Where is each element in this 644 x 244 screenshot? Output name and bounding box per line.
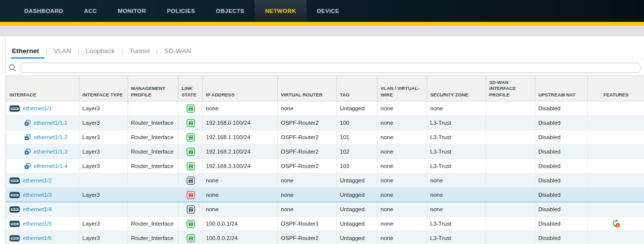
table-row[interactable]: ethernet1/4 none none Untagged none non (6, 202, 644, 217)
cell-tag: Untagged (337, 231, 378, 244)
tab-tunnel[interactable]: Tunnel (123, 47, 156, 59)
interface-link[interactable]: ethernet1/4 (23, 206, 52, 212)
col-virtual-router[interactable]: VIRTUAL ROUTER (278, 76, 337, 101)
interface-link[interactable]: ethernet1/1.2 (34, 134, 67, 140)
interface-cell: ethernet1/5 (6, 217, 79, 231)
link-state-icon (187, 220, 195, 228)
col-sdwan-interface-profile[interactable]: SD-WAN INTERFACE PROFILE (486, 76, 535, 101)
table-row[interactable]: ethernet1/6 Layer3 Router_Interface 100.… (6, 231, 644, 244)
cell-tag: Untagged (337, 202, 378, 217)
cell-security-zone: none (427, 188, 486, 202)
table-row[interactable]: ethernet1/5 Layer3 Router_Interface 100.… (6, 217, 644, 231)
col-upstream-nat[interactable]: UPSTREAM NAT (535, 76, 588, 101)
cell-security-zone: none (427, 101, 486, 116)
cell-management-profile (128, 202, 179, 217)
link-state-icon (187, 191, 195, 199)
cell-virtual-router: OSPF-Router2 (278, 145, 337, 159)
cell-tag: 101 (337, 130, 378, 145)
cell-vlan-virtual-wire: none (378, 202, 427, 217)
interface-link[interactable]: ethernet1/1.3 (34, 149, 67, 155)
col-ip-address[interactable]: IP ADDRESS (203, 76, 278, 101)
tab-vlan[interactable]: VLAN (47, 47, 77, 59)
interface-cell: ethernet1/1 (6, 101, 79, 116)
subinterface-icon (24, 149, 31, 155)
nav-item-acc[interactable]: ACC (73, 0, 107, 22)
nav-item-policies[interactable]: POLICIES (156, 0, 205, 22)
interface-table-body: ethernet1/1 Layer3 none none Untagged no… (6, 101, 644, 244)
tab-loopback[interactable]: Loopback (79, 47, 122, 59)
interface-link[interactable]: ethernet1/1 (23, 105, 52, 111)
interface-link[interactable]: ethernet1/2 (23, 177, 52, 183)
cell-security-zone: none (427, 173, 486, 188)
table-row[interactable]: ethernet1/2 none none Untagged none non (6, 173, 644, 188)
interface-link[interactable]: ethernet1/1.1 (34, 120, 67, 126)
col-features[interactable]: FEATURES (588, 76, 644, 101)
col-interface-type[interactable]: INTERFACE TYPE (79, 76, 128, 101)
table-row[interactable]: ethernet1/1.1 Layer3 Router_Interface 19… (6, 116, 644, 130)
cell-features (588, 159, 644, 173)
cell-link-state (179, 188, 203, 202)
col-tag[interactable]: TAG (337, 76, 378, 101)
nav-item-network[interactable]: NETWORK (255, 0, 306, 22)
cell-ip-address: 192.168.1.100/24 (203, 130, 278, 145)
cell-virtual-router: OSPF-Router1 (278, 217, 337, 231)
cell-upstream-nat: Disabled (535, 101, 588, 116)
col-security-zone[interactable]: SECURITY ZONE (427, 76, 486, 101)
tab-sdwan[interactable]: SD-WAN (158, 47, 197, 59)
gray-band (0, 26, 644, 36)
cell-interface-type: Layer3 (79, 130, 128, 145)
interface-link[interactable]: ethernet1/6 (23, 235, 52, 241)
cell-features (588, 231, 644, 244)
cell-ip-address: none (203, 202, 278, 217)
cell-upstream-nat: Disabled (535, 202, 588, 217)
table-row[interactable]: ethernet1/1.3 Layer3 Router_Interface 19… (6, 145, 644, 159)
cell-management-profile: Router_Interface (128, 145, 179, 159)
cell-security-zone: L3-Trust (427, 130, 486, 145)
cell-interface-type: Layer3 (79, 188, 128, 202)
nav-item-monitor[interactable]: MONITOR (107, 0, 156, 22)
ethernet-port-icon (9, 235, 20, 242)
ethernet-port-icon (9, 206, 20, 213)
cell-upstream-nat: Disabled (535, 159, 588, 173)
tab-ethernet[interactable]: Ethernet (12, 47, 46, 59)
interface-cell: ethernet1/2 (6, 173, 79, 188)
cell-features (588, 145, 644, 159)
col-link-state[interactable]: LINK STATE (179, 76, 203, 101)
table-row[interactable]: ethernet1/1.2 Layer3 Router_Interface 19… (6, 130, 644, 145)
interface-link[interactable]: ethernet1/3 (23, 192, 52, 198)
cell-link-state (179, 173, 203, 188)
search-input[interactable] (20, 63, 641, 73)
nav-item-device[interactable]: DEVICE (307, 0, 350, 22)
cell-sdwan-interface-profile (486, 188, 535, 202)
link-state-icon (187, 162, 195, 170)
cell-features (588, 202, 644, 217)
nav-item-dashboard[interactable]: DASHBOARD (14, 0, 73, 22)
cell-virtual-router: OSPF-Router2 (278, 159, 337, 173)
cell-tag: 102 (337, 145, 378, 159)
cell-ip-address: none (203, 101, 278, 116)
interface-link[interactable]: ethernet1/5 (23, 221, 52, 227)
nav-item-objects[interactable]: OBJECTS (205, 0, 255, 22)
interface-link[interactable]: ethernet1/1.4 (34, 163, 67, 169)
cell-management-profile (128, 101, 179, 116)
cell-link-state (179, 116, 203, 130)
table-row[interactable]: ethernet1/3 Layer3 none none Untagged no… (6, 188, 644, 202)
cell-sdwan-interface-profile (486, 217, 535, 231)
table-row[interactable]: ethernet1/1 Layer3 none none Untagged no… (6, 101, 644, 116)
cell-sdwan-interface-profile (486, 202, 535, 217)
cell-management-profile: Router_Interface (128, 231, 179, 244)
cell-link-state (179, 101, 203, 116)
col-interface[interactable]: INTERFACE (6, 76, 79, 101)
cell-ip-address: 192.168.0.100/24 (203, 116, 278, 130)
col-vlan-virtual-wire[interactable]: VLAN / VIRTUAL-WIRE (378, 76, 427, 101)
cell-ip-address: 100.0.0.2/24 (203, 231, 278, 244)
col-management-profile[interactable]: MANAGEMENT PROFILE (128, 76, 179, 101)
cell-virtual-router: OSPF-Router2 (278, 130, 337, 145)
table-row[interactable]: ethernet1/1.4 Layer3 Router_Interface 19… (6, 159, 644, 173)
cell-interface-type: Layer3 (79, 145, 128, 159)
cell-upstream-nat: Disabled (535, 173, 588, 188)
link-state-icon (187, 133, 195, 142)
ethernet-port-icon (9, 221, 20, 227)
ethernet-port-icon (9, 192, 20, 198)
cell-vlan-virtual-wire: none (378, 145, 427, 159)
